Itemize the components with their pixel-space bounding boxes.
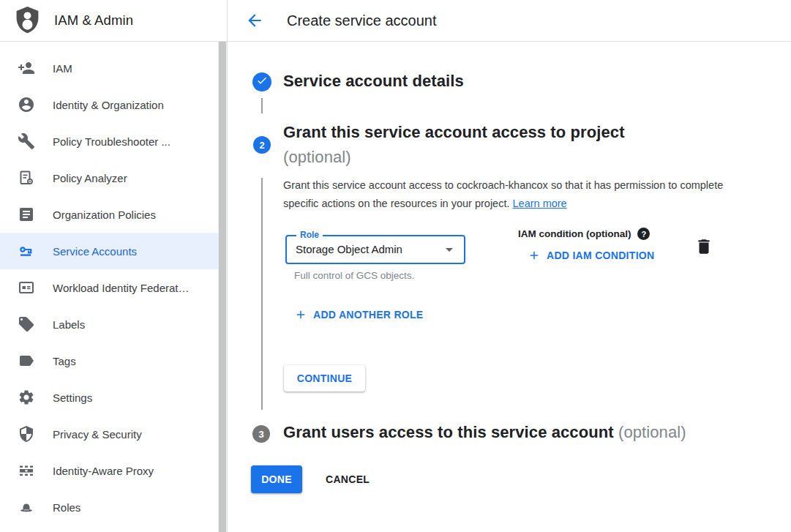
step3-title-text: Grant users access to this service accou… — [283, 423, 614, 441]
sidebar-item-iam[interactable]: IAM — [0, 50, 227, 86]
step2-number-circle: 2 — [253, 136, 271, 154]
sidebar-item-organization-policies[interactable]: Organization Policies — [0, 196, 227, 233]
iam-condition-label-text: IAM condition (optional) — [518, 228, 631, 239]
person-circle-icon — [18, 96, 35, 113]
sidebar-item-label: Policy Analyzer — [53, 172, 127, 184]
step2-title-text: Grant this service account access to pro… — [283, 120, 625, 145]
role-helper-text: Full control of GCS objects. — [294, 270, 414, 281]
sidebar-item-label: Privacy & Security — [53, 428, 142, 441]
iam-admin-shield-logo-icon — [14, 5, 41, 36]
sidebar-item-label: Service Accounts — [53, 245, 137, 258]
main-panel: Create service account Service account d… — [228, 0, 791, 532]
roles-hat-icon — [18, 498, 35, 516]
help-icon[interactable]: ? — [637, 228, 650, 240]
dropdown-caret-icon — [446, 248, 453, 252]
sidebar: IAM & Admin IAM Identity & Organization … — [0, 0, 228, 532]
arrow-back-icon — [245, 11, 264, 30]
add-another-role-label: ADD ANOTHER ROLE — [313, 309, 424, 321]
step3-number: 3 — [258, 429, 263, 440]
step-connector — [261, 178, 263, 410]
sidebar-scrollbar[interactable] — [218, 42, 227, 532]
policy-analyzer-icon — [18, 169, 35, 187]
shield-icon — [18, 425, 35, 443]
sidebar-item-identity-aware-proxy[interactable]: Identity-Aware Proxy — [0, 452, 227, 489]
sidebar-header: IAM & Admin — [0, 0, 227, 42]
add-iam-condition-button[interactable]: ADD IAM CONDITION — [528, 249, 654, 262]
sidebar-item-label: Organization Policies — [53, 209, 156, 221]
tag-flag-icon — [18, 352, 35, 370]
step3-title: Grant users access to this service accou… — [283, 423, 686, 442]
sidebar-item-label: Identity-Aware Proxy — [53, 465, 154, 477]
trash-icon — [694, 237, 713, 256]
sidebar-item-label: Roles — [53, 501, 80, 514]
sidebar-item-policy-analyzer[interactable]: Policy Analyzer — [0, 160, 227, 196]
continue-button[interactable]: CONTINUE — [284, 365, 365, 391]
wrench-icon — [18, 132, 35, 150]
service-account-key-icon — [18, 242, 35, 260]
learn-more-link[interactable]: Learn more — [513, 198, 567, 209]
done-button[interactable]: DONE — [251, 465, 302, 493]
person-add-icon — [18, 59, 35, 77]
role-selected-value: Storage Object Admin — [296, 236, 402, 263]
id-card-icon — [18, 279, 35, 296]
step2-number: 2 — [259, 140, 264, 151]
sidebar-item-roles[interactable]: Roles — [0, 489, 227, 525]
step1-completed-circle — [252, 72, 271, 91]
step3-optional-label: (optional) — [618, 423, 686, 441]
sidebar-item-labels[interactable]: Labels — [0, 306, 227, 342]
add-another-role-button[interactable]: ADD ANOTHER ROLE — [294, 308, 424, 321]
step2-description-line1: Grant this service account access to coc… — [283, 179, 665, 191]
page-title: Create service account — [287, 12, 437, 29]
step3-number-circle: 3 — [252, 425, 270, 443]
sidebar-item-workload-identity-federation[interactable]: Workload Identity Federat… — [0, 269, 227, 306]
sidebar-item-label: Labels — [53, 318, 85, 331]
step2-title: Grant this service account access to pro… — [283, 120, 625, 170]
add-iam-condition-label: ADD IAM CONDITION — [547, 250, 654, 261]
step2-description: Grant this service account access to coc… — [283, 176, 741, 213]
step2-optional-label: (optional) — [283, 145, 625, 170]
document-list-icon — [18, 206, 35, 223]
page-header: Create service account — [228, 0, 791, 42]
iam-condition-label: IAM condition (optional) ? — [518, 228, 650, 240]
product-title: IAM & Admin — [54, 12, 133, 29]
sidebar-item-identity-organization[interactable]: Identity & Organization — [0, 86, 227, 123]
sidebar-nav: IAM Identity & Organization Policy Troub… — [0, 42, 227, 525]
cancel-button[interactable]: CANCEL — [312, 465, 383, 493]
plus-icon — [294, 308, 307, 321]
sidebar-item-settings[interactable]: Settings — [0, 379, 227, 416]
delete-role-button[interactable] — [694, 237, 713, 256]
sidebar-item-service-accounts[interactable]: Service Accounts — [0, 233, 227, 269]
sidebar-item-label: Identity & Organization — [53, 99, 164, 111]
sidebar-item-label: Policy Troubleshooter ... — [53, 135, 170, 148]
sidebar-item-label: Tags — [53, 355, 76, 367]
step-connector — [261, 98, 263, 113]
back-button[interactable] — [245, 11, 264, 30]
sidebar-item-label: Workload Identity Federat… — [53, 282, 189, 294]
role-select[interactable]: Role Storage Object Admin — [285, 235, 465, 264]
sidebar-item-privacy-security[interactable]: Privacy & Security — [0, 416, 227, 452]
check-icon — [256, 75, 268, 89]
label-tag-icon — [18, 315, 35, 333]
proxy-icon — [18, 462, 35, 479]
sidebar-item-policy-troubleshooter[interactable]: Policy Troubleshooter ... — [0, 123, 227, 160]
gear-icon — [18, 389, 35, 406]
step1-title: Service account details — [283, 72, 464, 91]
sidebar-item-tags[interactable]: Tags — [0, 342, 227, 379]
sidebar-item-label: Settings — [53, 391, 92, 404]
plus-icon — [528, 249, 541, 262]
wizard-content: Service account details 2 Grant this ser… — [228, 42, 791, 532]
sidebar-item-label: IAM — [53, 62, 72, 75]
